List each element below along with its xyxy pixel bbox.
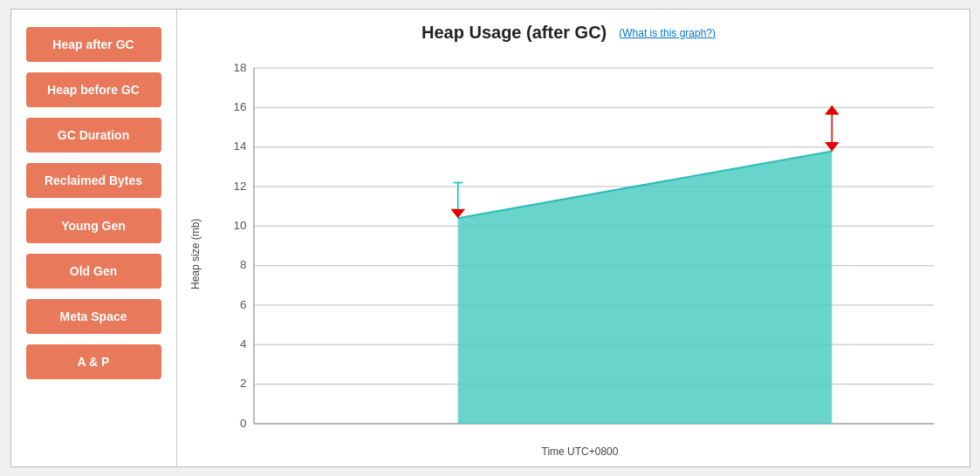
x-axis-label: Time UTC+0800 [209, 445, 952, 458]
svg-text:16: 16 [233, 100, 246, 113]
sidebar: Heap after GC Heap before GC GC Duration… [11, 10, 177, 466]
chart-title: Heap Usage (after GC) [421, 23, 607, 43]
chart-area: Heap Usage (after GC) (What is this grap… [177, 10, 970, 466]
sidebar-btn-old-gen[interactable]: Old Gen [26, 254, 161, 289]
chart-header: Heap Usage (after GC) (What is this grap… [186, 23, 952, 43]
main-container: Heap after GC Heap before GC GC Duration… [10, 9, 970, 467]
chart-help-link[interactable]: (What is this graph?) [619, 27, 716, 39]
svg-text:14: 14 [233, 139, 246, 153]
chart-body: Heap size (mb) [186, 50, 952, 458]
svg-text:6: 6 [240, 298, 247, 311]
sidebar-btn-gc-duration[interactable]: GC Duration [26, 118, 161, 153]
svg-text:10: 10 [233, 219, 246, 232]
sidebar-btn-a-and-p[interactable]: A & P [26, 344, 161, 379]
svg-text:2: 2 [240, 377, 247, 390]
svg-marker-23 [457, 151, 832, 424]
chart-svg-container: 0 2 4 6 8 10 12 14 16 18 [209, 50, 952, 442]
svg-marker-30 [825, 105, 840, 114]
sidebar-btn-heap-before-gc[interactable]: Heap before GC [26, 72, 161, 107]
svg-text:18: 18 [233, 61, 246, 74]
svg-text:0: 0 [240, 417, 247, 430]
sidebar-btn-meta-space[interactable]: Meta Space [26, 299, 161, 334]
sidebar-btn-heap-after-gc[interactable]: Heap after GC [26, 27, 161, 62]
svg-text:8: 8 [240, 258, 247, 271]
y-axis-label: Heap size (mb) [186, 50, 205, 458]
sidebar-btn-young-gen[interactable]: Young Gen [26, 208, 161, 243]
svg-text:12: 12 [233, 180, 246, 193]
sidebar-btn-reclaimed-bytes[interactable]: Reclaimed Bytes [26, 163, 161, 198]
chart-inner: 0 2 4 6 8 10 12 14 16 18 [209, 50, 952, 458]
svg-text:4: 4 [240, 337, 247, 350]
